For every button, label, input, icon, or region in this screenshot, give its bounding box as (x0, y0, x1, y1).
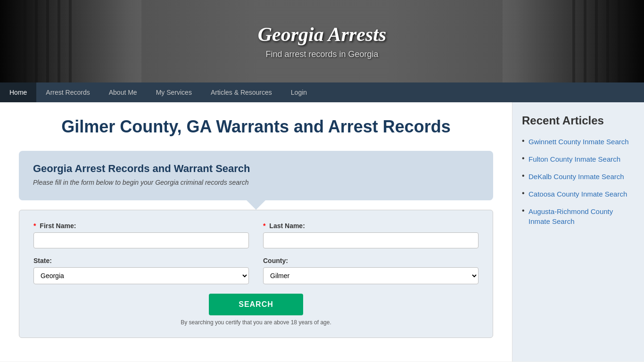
search-box-subtitle: Please fill in the form below to begin y… (33, 179, 479, 186)
form-note: By searching you certify that you are ab… (33, 319, 479, 326)
search-box-header: Georgia Arrest Records and Warrant Searc… (19, 151, 493, 200)
site-header: Georgia Arrests Find arrest records in G… (0, 0, 644, 82)
main-content: Gilmer County, GA Warrants and Arrest Re… (0, 102, 512, 362)
sidebar-list-item: Fulton County Inmate Search (522, 154, 635, 164)
first-name-label: * First Name: (33, 222, 249, 230)
sidebar-article-link[interactable]: Catoosa County Inmate Search (528, 190, 627, 198)
sidebar-title: Recent Articles (522, 114, 635, 127)
county-select[interactable]: ApplingAtkinsonBaconBakerBaldwinBanksBar… (263, 267, 479, 284)
search-button[interactable]: SEARCH (209, 294, 303, 315)
location-row: State: AlabamaAlaskaArizonaArkansasCalif… (33, 257, 479, 284)
nav-home[interactable]: Home (0, 82, 36, 102)
state-select[interactable]: AlabamaAlaskaArizonaArkansasCaliforniaCo… (33, 267, 249, 284)
site-title: Georgia Arrests (258, 23, 387, 46)
county-label: County: (263, 257, 479, 264)
nav-my-services[interactable]: My Services (147, 82, 201, 102)
last-name-required: * (263, 222, 265, 230)
sidebar-list-item: DeKalb County Inmate Search (522, 172, 635, 181)
search-form-section: * First Name: * Last Name: State: Alaba (19, 210, 493, 338)
search-box-title: Georgia Arrest Records and Warrant Searc… (33, 163, 479, 175)
main-wrapper: Gilmer County, GA Warrants and Arrest Re… (0, 102, 644, 362)
page-title: Gilmer County, GA Warrants and Arrest Re… (19, 116, 493, 137)
nav-login[interactable]: Login (281, 82, 316, 102)
first-name-required: * (33, 222, 36, 230)
last-name-group: * Last Name: (263, 222, 479, 248)
nav-arrest-records[interactable]: Arrest Records (36, 82, 99, 102)
nav-articles-resources[interactable]: Articles & Resources (201, 82, 281, 102)
state-label: State: (33, 257, 249, 264)
sidebar-article-link[interactable]: Gwinnett County Inmate Search (528, 138, 629, 146)
recent-articles-list: Gwinnett County Inmate SearchFulton Coun… (522, 137, 635, 226)
state-group: State: AlabamaAlaskaArizonaArkansasCalif… (33, 257, 249, 284)
first-name-input[interactable] (33, 232, 249, 248)
nav-about-me[interactable]: About Me (99, 82, 147, 102)
header-content: Georgia Arrests Find arrest records in G… (258, 23, 387, 59)
sidebar-list-item: Catoosa County Inmate Search (522, 189, 635, 199)
sidebar: Recent Articles Gwinnett County Inmate S… (512, 102, 644, 362)
county-group: County: ApplingAtkinsonBaconBakerBaldwin… (263, 257, 479, 284)
arrow-down-icon (247, 200, 265, 210)
main-nav: Home Arrest Records About Me My Services… (0, 82, 644, 102)
last-name-label: * Last Name: (263, 222, 479, 230)
sidebar-list-item: Gwinnett County Inmate Search (522, 137, 635, 147)
sidebar-article-link[interactable]: Fulton County Inmate Search (528, 155, 620, 163)
sidebar-article-link[interactable]: DeKalb County Inmate Search (528, 173, 624, 181)
first-name-group: * First Name: (33, 222, 249, 248)
last-name-input[interactable] (263, 232, 479, 248)
sidebar-article-link[interactable]: Augusta-Richmond County Inmate Search (528, 207, 613, 225)
name-row: * First Name: * Last Name: (33, 222, 479, 248)
sidebar-list-item: Augusta-Richmond County Inmate Search (522, 206, 635, 226)
site-subtitle: Find arrest records in Georgia (258, 49, 387, 59)
